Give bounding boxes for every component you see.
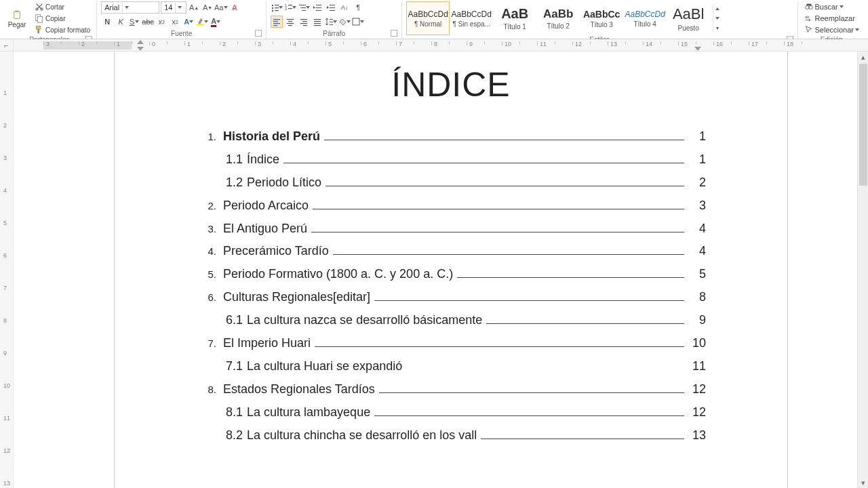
increase-indent-button[interactable] — [325, 1, 337, 14]
ruler-halftick — [766, 41, 767, 49]
style-item[interactable]: AaBbCcTítulo 3 — [580, 1, 623, 35]
style-sample: AaBl — [673, 5, 704, 23]
grow-font-button[interactable]: A▲ — [188, 1, 200, 14]
style-item[interactable]: AaBbCcDd¶ Normal — [406, 1, 450, 35]
svg-rect-38 — [300, 23, 307, 24]
decrease-indent-button[interactable] — [311, 1, 323, 14]
styles-scroll-up[interactable] — [713, 4, 722, 14]
scroll-thumb[interactable] — [859, 64, 867, 186]
style-item[interactable]: AaBbCcDd¶ Sin espa... — [450, 1, 493, 35]
first-line-indent-marker[interactable] — [137, 40, 144, 44]
document-body[interactable]: ÍNDICE 1. Historia del Perú11.1Índice11.… — [115, 52, 787, 445]
styles-scroll-down[interactable] — [713, 14, 722, 23]
paragraph-dialog-launcher[interactable] — [391, 30, 397, 37]
font-name-combo[interactable]: Arial — [101, 1, 159, 14]
ruler-halftick — [449, 41, 450, 49]
right-indent-marker[interactable] — [694, 47, 701, 51]
select-button[interactable]: Seleccionar — [802, 24, 861, 35]
horizontal-ruler[interactable]: 3210123456789101112131415161718 — [14, 39, 868, 51]
svg-point-13 — [272, 10, 273, 12]
font-size-value: 14 — [161, 3, 175, 12]
vertical-scrollbar[interactable]: ▴ ▾ — [857, 52, 868, 488]
cut-button[interactable]: Cortar — [33, 1, 92, 12]
bullets-icon — [271, 3, 279, 12]
clear-format-button[interactable]: A̷ — [229, 1, 241, 14]
line-spacing-button[interactable] — [325, 16, 337, 28]
svg-point-11 — [272, 7, 273, 9]
vruler-tick: 5 — [3, 220, 7, 226]
document-canvas[interactable]: ÍNDICE 1. Historia del Perú11.1Índice11.… — [14, 52, 868, 488]
scissors-icon — [35, 2, 44, 12]
group-paragraph-label: Párrafo — [323, 30, 345, 37]
toc-text: Estados Regionales Tardíos — [223, 380, 375, 399]
vruler-tick: 12 — [3, 447, 10, 454]
page: ÍNDICE 1. Historia del Perú11.1Índice11.… — [114, 52, 788, 488]
scroll-up-button[interactable]: ▴ — [858, 52, 868, 62]
svg-rect-40 — [314, 19, 321, 20]
find-button[interactable]: Buscar — [802, 1, 861, 12]
toc-leader — [311, 232, 684, 232]
bold-button[interactable]: N — [101, 16, 113, 28]
ruler-tick: 8 — [431, 41, 432, 49]
toc-number: 1. — [196, 129, 223, 144]
borders-button[interactable] — [352, 16, 364, 28]
ruler-corner: ⌐ — [0, 39, 14, 51]
subscript-button[interactable]: x2 — [155, 16, 167, 28]
brush-icon — [35, 25, 44, 35]
align-right-icon — [299, 17, 309, 26]
ruler-bar: ⌐ 3210123456789101112131415161718 — [0, 39, 868, 52]
styles-gallery[interactable]: AaBbCcDd¶ NormalAaBbCcDd¶ Sin espa...AaB… — [406, 1, 710, 35]
svg-rect-33 — [288, 21, 292, 22]
shrink-font-button[interactable]: A▼ — [201, 1, 214, 14]
shading-button[interactable] — [338, 16, 351, 28]
paste-button[interactable]: Pegar — [7, 7, 27, 29]
underline-button[interactable]: S — [128, 16, 140, 28]
vruler-tick: 2 — [3, 122, 7, 129]
copy-icon — [35, 14, 44, 23]
ruler-halftick — [343, 41, 344, 49]
bullets-button[interactable] — [271, 1, 283, 14]
highlight-button[interactable] — [196, 16, 208, 28]
numbering-icon: 12 — [284, 3, 292, 12]
text-effects-button[interactable]: A — [182, 16, 195, 28]
toc-subentry: 1.1Índice1 — [196, 150, 706, 169]
multilevel-button[interactable] — [298, 1, 310, 14]
copy-button[interactable]: Copiar — [33, 13, 92, 24]
change-case-button[interactable]: Aa — [215, 1, 227, 14]
hanging-indent-marker[interactable] — [137, 47, 144, 51]
toc-leader — [486, 323, 684, 324]
style-item[interactable]: AaBbTítulo 2 — [536, 1, 580, 35]
numbering-button[interactable]: 12 — [284, 1, 296, 14]
style-item[interactable]: AaBTítulo 1 — [493, 1, 536, 35]
style-sample: AaBbCcDd — [451, 9, 491, 19]
style-sample: AaB — [501, 6, 528, 22]
font-dialog-launcher[interactable] — [255, 30, 262, 37]
align-left-button[interactable] — [271, 16, 283, 28]
italic-button[interactable]: K — [115, 16, 127, 28]
font-size-combo[interactable]: 14 — [161, 1, 186, 14]
toc-number: 8.2 — [226, 426, 247, 445]
scroll-down-button[interactable]: ▾ — [858, 477, 868, 488]
vruler-tick: 13 — [3, 480, 10, 487]
outdent-icon — [313, 3, 322, 12]
align-right-button[interactable] — [298, 16, 310, 28]
justify-button[interactable] — [311, 16, 323, 28]
doc-title: ÍNDICE — [196, 65, 706, 104]
align-center-button[interactable] — [284, 16, 296, 28]
superscript-button[interactable]: x2 — [169, 16, 181, 28]
font-color-button[interactable]: A — [210, 16, 222, 28]
styles-expand[interactable]: ▾ — [713, 23, 722, 33]
ruler-halftick — [519, 41, 520, 49]
style-item[interactable]: AaBbCcDdTítulo 4 — [623, 1, 667, 35]
replace-button[interactable]: ab Reemplazar — [802, 13, 861, 24]
format-painter-button[interactable]: Copiar formato — [33, 24, 92, 35]
show-marks-button[interactable]: ¶ — [352, 1, 364, 14]
ruler-tick: 18 — [784, 41, 785, 49]
sort-button[interactable]: A↓ — [338, 1, 351, 14]
strike-button[interactable]: abc — [142, 16, 154, 28]
style-item[interactable]: AaBlPuesto — [667, 1, 710, 35]
ruler-tick: 2 — [79, 41, 79, 49]
style-label: ¶ Normal — [414, 20, 441, 28]
vertical-ruler[interactable]: 12345678910111213 — [0, 52, 14, 488]
svg-rect-34 — [287, 23, 294, 24]
